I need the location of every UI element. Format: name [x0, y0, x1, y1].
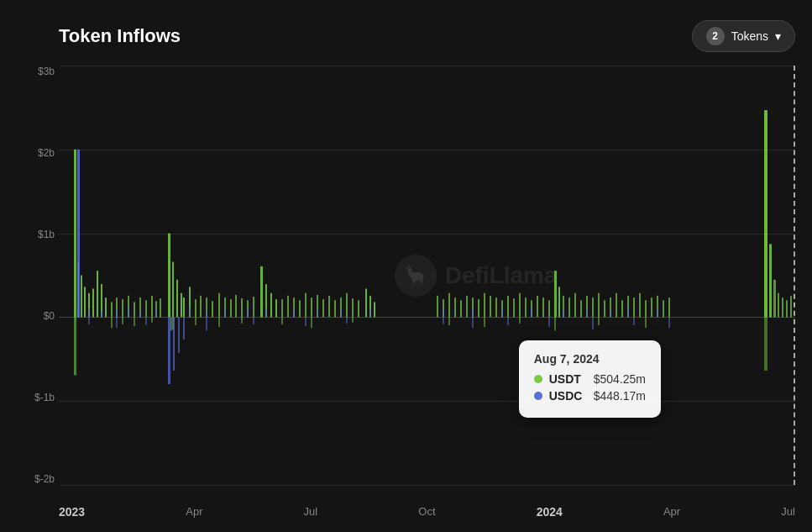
- svg-rect-94: [639, 293, 641, 318]
- svg-rect-44: [253, 297, 254, 317]
- svg-rect-54: [334, 300, 336, 317]
- x-label-apr2: Apr: [663, 505, 680, 519]
- svg-rect-42: [241, 298, 243, 317]
- svg-rect-9: [74, 317, 76, 375]
- svg-rect-156: [592, 317, 594, 329]
- svg-rect-84: [580, 300, 582, 317]
- x-axis: 2023 Apr Jul Oct 2024 Apr Jul: [59, 505, 795, 519]
- svg-rect-120: [519, 317, 521, 323]
- svg-rect-13: [181, 293, 182, 318]
- svg-rect-115: [281, 317, 283, 324]
- y-axis: $3b $2b $1b $0 $-1b $-2b: [8, 66, 55, 485]
- svg-rect-100: [764, 110, 767, 317]
- svg-rect-76: [537, 296, 538, 317]
- svg-rect-71: [507, 296, 509, 317]
- svg-rect-14: [183, 298, 185, 317]
- svg-rect-125: [77, 150, 80, 318]
- svg-rect-52: [322, 299, 324, 317]
- svg-rect-98: [663, 300, 664, 317]
- svg-rect-78: [548, 300, 550, 317]
- svg-rect-17: [260, 266, 263, 318]
- y-label-3b: $3b: [8, 66, 55, 77]
- svg-rect-116: [311, 317, 312, 328]
- y-label-0: $0: [8, 310, 55, 322]
- svg-rect-20: [275, 299, 277, 317]
- svg-rect-23: [374, 302, 375, 317]
- svg-rect-56: [346, 293, 348, 318]
- svg-rect-6: [97, 271, 98, 317]
- x-label-oct: Oct: [418, 505, 435, 519]
- svg-rect-128: [178, 317, 180, 352]
- svg-rect-103: [778, 293, 779, 318]
- svg-rect-69: [495, 298, 497, 317]
- svg-rect-152: [443, 317, 444, 324]
- svg-rect-62: [454, 298, 456, 317]
- svg-rect-131: [101, 311, 102, 317]
- svg-rect-12: [176, 280, 178, 318]
- svg-rect-57: [352, 298, 354, 317]
- svg-rect-77: [542, 298, 544, 317]
- svg-rect-155: [548, 317, 550, 327]
- svg-rect-24: [111, 302, 113, 317]
- svg-rect-63: [460, 300, 462, 317]
- svg-rect-72: [513, 298, 515, 317]
- svg-rect-134: [139, 310, 141, 317]
- svg-rect-151: [346, 317, 348, 323]
- svg-rect-164: [586, 309, 588, 318]
- svg-rect-3: [84, 287, 86, 317]
- svg-rect-158: [668, 317, 670, 328]
- svg-rect-83: [574, 293, 576, 318]
- svg-rect-61: [448, 293, 450, 318]
- svg-rect-104: [782, 298, 783, 317]
- svg-rect-148: [206, 317, 207, 330]
- svg-rect-129: [183, 317, 185, 340]
- dashed-marker: [794, 66, 795, 485]
- svg-rect-91: [621, 300, 623, 317]
- svg-rect-28: [134, 302, 135, 317]
- svg-rect-95: [645, 300, 647, 317]
- chart-header: Token Inflows 2 Tokens ▾: [59, 20, 795, 52]
- svg-rect-154: [507, 317, 509, 325]
- svg-rect-110: [151, 317, 153, 322]
- chart-container: Token Inflows 2 Tokens ▾ $3b $2b $1b $0 …: [0, 0, 812, 532]
- x-label-jul2: Jul: [781, 505, 795, 519]
- svg-rect-137: [206, 310, 207, 317]
- svg-rect-122: [598, 317, 600, 325]
- x-label-apr1: Apr: [186, 505, 202, 519]
- svg-rect-127: [173, 317, 175, 371]
- svg-rect-26: [122, 299, 123, 317]
- svg-rect-73: [519, 293, 521, 318]
- svg-rect-157: [633, 317, 635, 325]
- svg-rect-166: [627, 308, 629, 318]
- svg-rect-167: [657, 308, 658, 318]
- svg-rect-38: [218, 293, 220, 318]
- tokens-button[interactable]: 2 Tokens ▾: [692, 20, 795, 52]
- svg-rect-46: [287, 296, 289, 317]
- x-label-2023: 2023: [59, 505, 85, 519]
- svg-rect-142: [317, 308, 318, 318]
- svg-rect-133: [128, 308, 129, 318]
- svg-rect-138: [224, 308, 226, 318]
- svg-rect-19: [270, 293, 272, 318]
- svg-rect-67: [484, 293, 485, 318]
- svg-rect-132: [116, 309, 118, 318]
- svg-rect-68: [490, 296, 491, 317]
- svg-rect-145: [88, 317, 90, 324]
- svg-rect-0: [74, 150, 76, 318]
- y-label-neg2b: $-2b: [8, 473, 55, 485]
- svg-rect-123: [645, 317, 647, 328]
- svg-rect-118: [448, 317, 450, 325]
- svg-rect-79: [554, 271, 557, 317]
- svg-rect-66: [478, 299, 479, 317]
- svg-rect-117: [352, 317, 354, 322]
- svg-rect-58: [358, 300, 359, 317]
- svg-rect-31: [151, 296, 153, 317]
- svg-rect-30: [145, 300, 147, 317]
- svg-rect-112: [195, 317, 196, 325]
- svg-rect-160: [472, 309, 474, 318]
- svg-rect-90: [616, 293, 617, 318]
- svg-rect-33: [160, 298, 161, 317]
- bars-chart: [59, 66, 795, 485]
- svg-rect-150: [305, 317, 306, 326]
- svg-rect-101: [769, 244, 772, 317]
